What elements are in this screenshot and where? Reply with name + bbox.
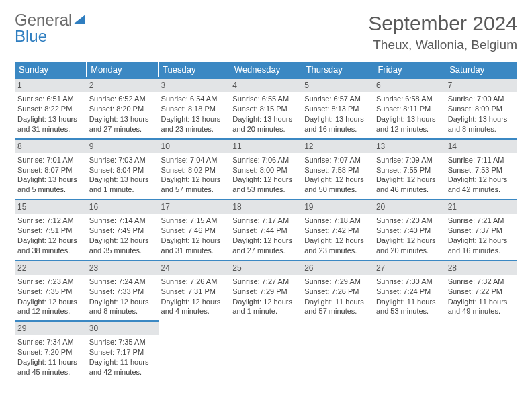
sunset-text: Sunset: 8:15 PM [232, 104, 299, 114]
month-title: September 2024 [368, 12, 517, 35]
sunrise-text: Sunrise: 7:27 AM [232, 277, 299, 287]
daylight-text: Daylight: 11 hours and 45 minutes. [17, 357, 84, 377]
daylight-text: Daylight: 12 hours and 1 minute. [232, 297, 299, 317]
day-number: 30 [87, 322, 159, 335]
calendar-cell: 29Sunrise: 7:34 AMSunset: 7:20 PMDayligh… [15, 321, 87, 381]
day-number: 26 [302, 261, 373, 275]
sunrise-text: Sunrise: 7:06 AM [232, 155, 299, 165]
calendar-cell: 28Sunrise: 7:32 AMSunset: 7:22 PMDayligh… [445, 261, 517, 322]
day-number: 1 [15, 79, 87, 92]
calendar-cell: 23Sunrise: 7:24 AMSunset: 7:33 PMDayligh… [87, 261, 159, 322]
calendar-cell: 30Sunrise: 7:35 AMSunset: 7:17 PMDayligh… [87, 321, 159, 381]
day-number: 12 [302, 140, 373, 153]
sunset-text: Sunset: 8:04 PM [89, 165, 156, 175]
calendar-cell: 16Sunrise: 7:14 AMSunset: 7:49 PMDayligh… [87, 199, 159, 261]
sunrise-text: Sunrise: 6:54 AM [161, 94, 228, 104]
daylight-text: Daylight: 13 hours and 1 minute. [89, 175, 156, 195]
calendar-cell [159, 321, 230, 381]
calendar-row: 1Sunrise: 6:51 AMSunset: 8:22 PMDaylight… [15, 78, 517, 139]
weekday-header: Tuesday [159, 62, 230, 78]
daylight-text: Daylight: 13 hours and 16 minutes. [304, 114, 371, 134]
calendar-cell: 9Sunrise: 7:03 AMSunset: 8:04 PMDaylight… [87, 139, 159, 200]
sunrise-text: Sunrise: 7:04 AM [161, 155, 228, 165]
calendar-cell: 15Sunrise: 7:12 AMSunset: 7:51 PMDayligh… [15, 199, 87, 261]
daylight-text: Daylight: 12 hours and 31 minutes. [161, 236, 228, 256]
sunrise-text: Sunrise: 6:52 AM [89, 94, 156, 104]
sunset-text: Sunset: 7:29 PM [232, 287, 299, 297]
calendar-row: 22Sunrise: 7:23 AMSunset: 7:35 PMDayligh… [15, 261, 517, 322]
sunrise-text: Sunrise: 7:15 AM [161, 216, 228, 226]
sunset-text: Sunset: 8:11 PM [376, 104, 443, 114]
sunset-text: Sunset: 8:13 PM [304, 104, 371, 114]
day-number: 17 [159, 200, 230, 214]
daylight-text: Daylight: 12 hours and 46 minutes. [376, 175, 443, 195]
day-number: 9 [87, 140, 159, 153]
sunrise-text: Sunrise: 6:57 AM [304, 94, 371, 104]
daylight-text: Daylight: 13 hours and 31 minutes. [17, 114, 84, 134]
day-number: 10 [159, 140, 230, 153]
sunset-text: Sunset: 7:40 PM [376, 226, 443, 236]
calendar-cell: 22Sunrise: 7:23 AMSunset: 7:35 PMDayligh… [15, 261, 87, 322]
day-number: 25 [230, 261, 302, 275]
sunrise-text: Sunrise: 7:20 AM [376, 216, 443, 226]
day-number: 14 [445, 140, 517, 153]
calendar-cell: 25Sunrise: 7:27 AMSunset: 7:29 PMDayligh… [230, 261, 302, 322]
weekday-header: Sunday [15, 62, 87, 78]
daylight-text: Daylight: 12 hours and 16 minutes. [448, 236, 515, 256]
day-number: 27 [373, 261, 445, 275]
weekday-header: Wednesday [230, 62, 302, 78]
daylight-text: Daylight: 12 hours and 4 minutes. [161, 297, 228, 317]
day-number: 16 [87, 200, 159, 214]
sunrise-text: Sunrise: 6:55 AM [232, 94, 299, 104]
day-number: 13 [373, 140, 445, 153]
calendar-cell: 6Sunrise: 6:58 AMSunset: 8:11 PMDaylight… [373, 78, 445, 139]
day-number: 18 [230, 200, 302, 214]
weekday-header-row: Sunday Monday Tuesday Wednesday Thursday… [15, 62, 517, 78]
logo: General Blue [15, 12, 85, 44]
sunrise-text: Sunrise: 6:58 AM [376, 94, 443, 104]
logo-triangle-icon [73, 15, 85, 24]
calendar-cell: 19Sunrise: 7:18 AMSunset: 7:42 PMDayligh… [302, 199, 373, 261]
weekday-header: Monday [87, 62, 159, 78]
calendar-cell: 8Sunrise: 7:01 AMSunset: 8:07 PMDaylight… [15, 139, 87, 200]
sunset-text: Sunset: 7:24 PM [376, 287, 443, 297]
sunset-text: Sunset: 7:33 PM [89, 287, 156, 297]
daylight-text: Daylight: 12 hours and 23 minutes. [304, 236, 371, 256]
sunset-text: Sunset: 7:58 PM [304, 165, 371, 175]
header: General Blue September 2024 Theux, Wallo… [15, 12, 517, 52]
day-number: 4 [230, 79, 302, 92]
daylight-text: Daylight: 12 hours and 8 minutes. [89, 297, 156, 317]
sunset-text: Sunset: 7:17 PM [89, 347, 156, 357]
sunrise-text: Sunrise: 7:23 AM [17, 277, 84, 287]
sunrise-text: Sunrise: 7:00 AM [448, 94, 515, 104]
daylight-text: Daylight: 11 hours and 57 minutes. [304, 297, 371, 317]
sunrise-text: Sunrise: 7:18 AM [304, 216, 371, 226]
sunset-text: Sunset: 7:35 PM [17, 287, 84, 297]
sunset-text: Sunset: 8:02 PM [161, 165, 228, 175]
sunrise-text: Sunrise: 7:14 AM [89, 216, 156, 226]
sunrise-text: Sunrise: 7:29 AM [304, 277, 371, 287]
sunset-text: Sunset: 7:44 PM [232, 226, 299, 236]
calendar-grid: Sunday Monday Tuesday Wednesday Thursday… [15, 62, 517, 381]
calendar-row: 29Sunrise: 7:34 AMSunset: 7:20 PMDayligh… [15, 321, 517, 381]
weekday-header: Thursday [302, 62, 373, 78]
daylight-text: Daylight: 12 hours and 42 minutes. [448, 175, 515, 195]
daylight-text: Daylight: 11 hours and 53 minutes. [376, 297, 443, 317]
sunset-text: Sunset: 8:09 PM [448, 104, 515, 114]
daylight-text: Daylight: 12 hours and 53 minutes. [232, 175, 299, 195]
location: Theux, Wallonia, Belgium [368, 38, 517, 52]
daylight-text: Daylight: 12 hours and 38 minutes. [17, 236, 84, 256]
sunset-text: Sunset: 8:18 PM [161, 104, 228, 114]
sunrise-text: Sunrise: 7:01 AM [17, 155, 84, 165]
daylight-text: Daylight: 12 hours and 50 minutes. [304, 175, 371, 195]
daylight-text: Daylight: 13 hours and 23 minutes. [161, 114, 228, 134]
calendar-cell: 26Sunrise: 7:29 AMSunset: 7:26 PMDayligh… [302, 261, 373, 322]
day-number: 19 [302, 200, 373, 214]
sunset-text: Sunset: 7:31 PM [161, 287, 228, 297]
calendar-cell: 3Sunrise: 6:54 AMSunset: 8:18 PMDaylight… [159, 78, 230, 139]
logo-text-blue: Blue [15, 28, 85, 44]
sunrise-text: Sunrise: 7:09 AM [376, 155, 443, 165]
calendar-cell: 7Sunrise: 7:00 AMSunset: 8:09 PMDaylight… [445, 78, 517, 139]
calendar-cell: 14Sunrise: 7:11 AMSunset: 7:53 PMDayligh… [445, 139, 517, 200]
daylight-text: Daylight: 12 hours and 27 minutes. [232, 236, 299, 256]
